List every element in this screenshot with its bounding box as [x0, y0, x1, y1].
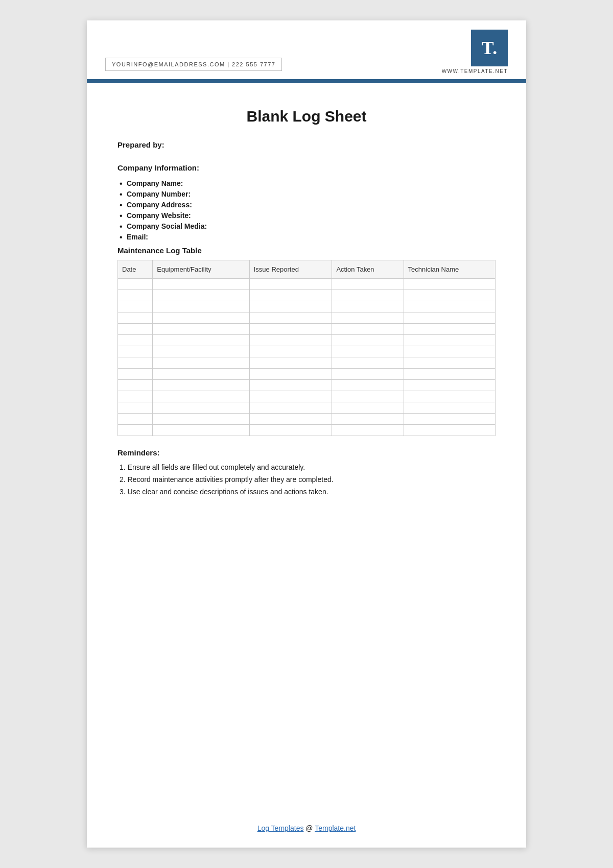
- table-cell: [118, 369, 153, 380]
- table-cell: [404, 290, 495, 301]
- table-cell: [153, 357, 249, 369]
- footer-separator: @: [303, 824, 315, 832]
- table-cell: [153, 312, 249, 324]
- table-body: [118, 279, 496, 436]
- table-cell: [404, 414, 495, 425]
- header: YOURINFO@EMAILADDRESS.COM | 222 555 7777…: [87, 20, 526, 74]
- table-cell: [118, 301, 153, 312]
- table-cell: [118, 279, 153, 290]
- table-cell: [404, 335, 495, 346]
- table-cell: [332, 357, 404, 369]
- table-cell: [249, 425, 332, 436]
- table-cell: [118, 312, 153, 324]
- table-cell: [153, 414, 249, 425]
- list-item: Company Name:: [117, 179, 496, 187]
- table-row: [118, 414, 496, 425]
- table-cell: [249, 301, 332, 312]
- table-cell: [404, 312, 495, 324]
- table-cell: [404, 425, 495, 436]
- table-cell: [118, 402, 153, 414]
- table-row: [118, 301, 496, 312]
- table-row: [118, 391, 496, 402]
- table-row: [118, 335, 496, 346]
- table-cell: [332, 425, 404, 436]
- table-row: [118, 380, 496, 391]
- table-cell: [153, 369, 249, 380]
- table-cell: [249, 335, 332, 346]
- field-label: Email:: [127, 233, 148, 241]
- field-label: Company Website:: [127, 211, 191, 220]
- table-row: [118, 312, 496, 324]
- footer-link-templatenet[interactable]: Template.net: [315, 824, 356, 832]
- table-cell: [153, 391, 249, 402]
- table-cell: [404, 279, 495, 290]
- table-header-action: Action Taken: [332, 260, 404, 279]
- header-logo-area: T. WWW.TEMPLATE.NET: [442, 30, 508, 74]
- table-cell: [404, 301, 495, 312]
- table-row: [118, 402, 496, 414]
- table-cell: [118, 425, 153, 436]
- reminder-item: 3. Use clear and concise descriptions of…: [117, 488, 496, 496]
- field-label: Company Name:: [127, 179, 183, 187]
- table-cell: [153, 335, 249, 346]
- main-content: Blank Log Sheet Prepared by: Company Inf…: [87, 83, 526, 814]
- list-item: Email:: [117, 233, 496, 241]
- company-section-title: Company Information:: [117, 163, 496, 172]
- list-item: Company Number:: [117, 190, 496, 198]
- table-cell: [118, 346, 153, 357]
- table-cell: [118, 380, 153, 391]
- table-cell: [332, 346, 404, 357]
- table-cell: [332, 414, 404, 425]
- document-title: Blank Log Sheet: [117, 108, 496, 125]
- table-cell: [153, 402, 249, 414]
- prepared-by-label: Prepared by:: [117, 140, 496, 149]
- field-label: Company Number:: [127, 190, 191, 198]
- table-row: [118, 346, 496, 357]
- table-cell: [249, 391, 332, 402]
- table-cell: [153, 279, 249, 290]
- table-header-row: Date Equipment/Facility Issue Reported A…: [118, 260, 496, 279]
- reminders-list: 1. Ensure all fields are filled out comp…: [117, 463, 496, 496]
- table-row: [118, 425, 496, 436]
- table-cell: [153, 380, 249, 391]
- reminders-title: Reminders:: [117, 448, 496, 457]
- table-row: [118, 290, 496, 301]
- table-cell: [249, 346, 332, 357]
- footer: Log Templates @ Template.net: [87, 814, 526, 848]
- table-cell: [249, 290, 332, 301]
- table-cell: [153, 324, 249, 335]
- table-cell: [153, 425, 249, 436]
- company-fields-list: Company Name: Company Number: Company Ad…: [117, 179, 496, 241]
- reminder-item: 1. Ensure all fields are filled out comp…: [117, 463, 496, 471]
- table-cell: [332, 279, 404, 290]
- table-cell: [332, 301, 404, 312]
- table-cell: [332, 380, 404, 391]
- list-item: Company Website:: [117, 211, 496, 220]
- field-label: Company Social Media:: [127, 222, 207, 230]
- table-cell: [249, 402, 332, 414]
- table-cell: [118, 391, 153, 402]
- table-cell: [332, 335, 404, 346]
- maintenance-table-title: Maintenance Log Table: [117, 246, 496, 255]
- table-cell: [332, 391, 404, 402]
- table-row: [118, 357, 496, 369]
- table-cell: [118, 324, 153, 335]
- table-cell: [332, 290, 404, 301]
- header-contact: YOURINFO@EMAILADDRESS.COM | 222 555 7777: [105, 58, 282, 71]
- table-cell: [404, 402, 495, 414]
- table-row: [118, 279, 496, 290]
- maintenance-log-table: Date Equipment/Facility Issue Reported A…: [117, 260, 496, 436]
- logo-letter: T.: [482, 37, 497, 59]
- table-cell: [404, 357, 495, 369]
- list-item: Company Social Media:: [117, 222, 496, 230]
- table-header-equipment: Equipment/Facility: [153, 260, 249, 279]
- header-website: WWW.TEMPLATE.NET: [442, 68, 508, 74]
- table-cell: [153, 301, 249, 312]
- table-cell: [153, 290, 249, 301]
- table-cell: [249, 369, 332, 380]
- logo-dot: .: [492, 38, 497, 58]
- table-cell: [404, 391, 495, 402]
- table-cell: [332, 402, 404, 414]
- footer-link-log-templates[interactable]: Log Templates: [257, 824, 304, 832]
- table-cell: [404, 369, 495, 380]
